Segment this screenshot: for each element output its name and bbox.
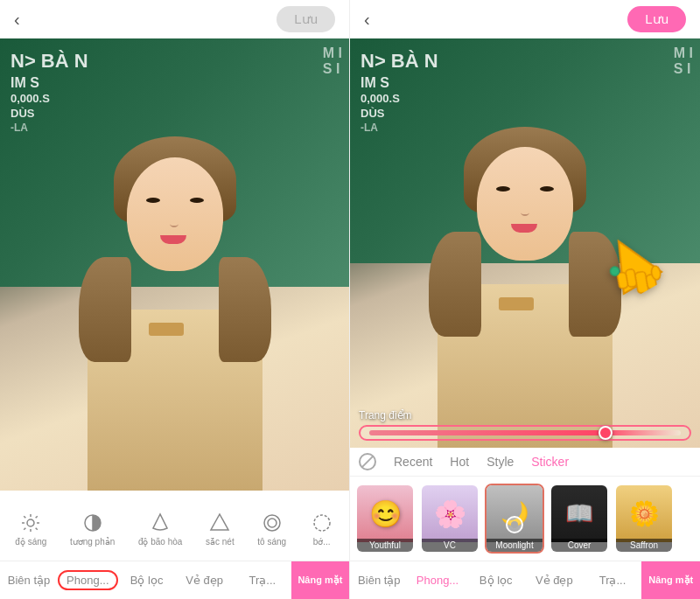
svg-point-13 [314,515,330,531]
contrast-tool[interactable]: tương phản [70,511,115,547]
filter-tab-style[interactable]: Style [486,455,514,469]
contrast-label: tương phản [70,537,115,547]
left-bottom-nav: Biên tập Phong... Bộ lọc Vẻ đẹp Trạ... N… [0,561,349,599]
filter-cover-preview: 📖 [551,485,607,542]
filter-youthful-preview: 😊 [357,485,413,542]
right-nav-ve-dep[interactable]: Vẻ đẹp [525,561,584,599]
right-back-button[interactable]: ‹ [364,10,370,30]
left-toolbar: độ sáng tương phản độ bão hòa [0,491,349,561]
right-panel: ‹ Lưu N> BÀ N IM S 0,000.S DÙS -LA M I S… [350,0,700,599]
brightness-label: độ sáng [15,537,46,547]
filter-tab-recent[interactable]: Recent [394,455,432,469]
contrast-icon [80,511,105,535]
right-filter-grid: 😊 Youthful 🌸 VC 🌙 Moonlight 📖 Cover [350,477,700,561]
right-nav-nang-mat[interactable]: Nâng mặt [641,561,700,599]
filter-vc[interactable]: 🌸 VC [420,484,480,554]
right-nav-tra[interactable]: Trạ... [584,561,642,599]
left-nav-phong[interactable]: Phong... [58,561,117,599]
blur-tool[interactable]: bớ... [310,511,334,547]
slider-label: Trang điểm [359,409,691,421]
right-save-button[interactable]: Lưu [627,6,686,32]
sharpness-label: sắc nét [206,537,234,547]
svg-line-8 [36,516,38,518]
filter-saffron-label: Saffron [616,539,672,552]
filter-moonlight[interactable]: 🌙 Moonlight [485,484,544,554]
no-filter-button[interactable] [359,453,376,470]
right-header: ‹ Lưu [350,0,700,38]
left-back-button[interactable]: ‹ [14,10,20,30]
left-photo: N> BÀ N IM S 0,000.S DÙS -LA M I S I [0,38,349,491]
highlight-label: tô sáng [257,537,286,547]
filter-tab-hot[interactable]: Hot [450,455,469,469]
left-photo-area: N> BÀ N IM S 0,000.S DÙS -LA M I S I [0,38,349,491]
left-nav-ve-dep[interactable]: Vẻ đẹp [176,561,234,599]
svg-marker-10 [211,514,228,530]
right-slider-container: Trang điểm [359,409,691,441]
right-nav-bien-tap[interactable]: Biên tập [350,561,409,599]
svg-point-11 [264,515,280,531]
right-photo-area: N> BÀ N IM S 0,000.S DÙS -LA M I S I [350,38,700,448]
svg-line-3 [24,516,26,518]
right-nav-bo-loc[interactable]: Bộ lọc [466,561,525,599]
tools-row: độ sáng tương phản độ bão hòa [0,491,349,561]
slider-track[interactable] [359,425,691,441]
blur-label: bớ... [313,537,331,547]
filter-saffron-preview: 🌼 [616,485,672,542]
left-nav-nang-mat[interactable]: Nâng mặt [291,561,349,599]
right-filter-tabs: Recent Hot Style Sticker [350,448,700,477]
svg-line-4 [36,527,38,529]
brightness-tool[interactable]: độ sáng [15,511,46,547]
filter-cover-label: Cover [551,539,607,552]
left-nav-bien-tap[interactable]: Biên tập [0,561,58,599]
filter-youthful[interactable]: 😊 Youthful [355,484,415,554]
slider-thumb[interactable] [598,426,612,440]
highlight-icon [260,511,284,535]
saturation-label: độ bão hòa [138,537,183,547]
sharpness-icon [207,511,232,535]
filter-moonlight-preview: 🌙 [486,485,542,542]
svg-line-7 [24,527,26,529]
filter-saffron[interactable]: 🌼 Saffron [614,484,674,554]
svg-point-12 [268,519,276,527]
filter-cover[interactable]: 📖 Cover [550,484,609,554]
right-bottom-nav: Biên tập Phong... Bộ lọc Vẻ đẹp Trạ... N… [350,561,700,599]
filter-vc-label: VC [422,539,478,552]
left-nav-bo-loc[interactable]: Bộ lọc [118,561,176,599]
filter-tab-sticker[interactable]: Sticker [531,455,569,469]
filter-vc-preview: 🌸 [422,485,478,542]
blur-icon [310,511,334,535]
svg-point-0 [27,519,34,526]
filter-youthful-label: Youthful [357,539,413,552]
filter-moonlight-label: Moonlight [486,539,542,552]
highlight-tool[interactable]: tô sáng [257,511,286,547]
left-header: ‹ Lưu [0,0,349,38]
left-nav-tra[interactable]: Trạ... [234,561,291,599]
saturation-tool[interactable]: độ bão hòa [138,511,183,547]
left-panel: ‹ Lưu N> BÀ N IM S 0,000.S DÙS -LA M I S… [0,0,350,599]
sharpness-tool[interactable]: sắc nét [206,511,234,547]
saturation-icon [148,511,172,535]
svg-rect-17 [617,272,628,289]
right-nav-phong[interactable]: Phong... [409,561,467,599]
left-save-button[interactable]: Lưu [276,6,335,32]
brightness-icon [18,511,43,535]
